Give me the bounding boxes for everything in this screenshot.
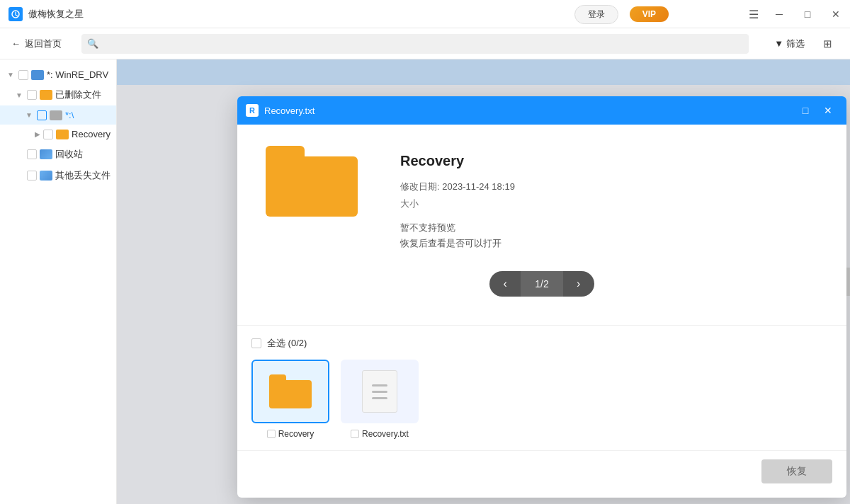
size-label: 大小 — [400, 198, 419, 209]
dialog-overlay: R Recovery.txt □ ✕ — [117, 59, 850, 504]
sidebar-item-recycle[interactable]: 回收站 — [0, 144, 116, 165]
dialog-icon-letter: R — [249, 106, 255, 115]
sidebar-checkbox[interactable] — [43, 130, 53, 139]
modified-date: 2023-11-24 18:19 — [442, 181, 515, 192]
lost-files-icon — [40, 171, 52, 181]
doc-line — [372, 397, 387, 399]
restore-button[interactable]: □ — [793, 0, 822, 28]
sidebar-item-recovery[interactable]: ▶ Recovery — [0, 125, 116, 144]
login-button[interactable]: 登录 — [574, 5, 618, 24]
folder-icon — [56, 130, 69, 139]
folder-body — [266, 156, 358, 217]
dialog-title: Recovery.txt — [264, 105, 790, 116]
doc-line — [372, 391, 387, 393]
sidebar-checkbox[interactable] — [27, 90, 37, 100]
file-checkbox[interactable] — [351, 430, 359, 438]
filter-label: 筛选 — [786, 38, 805, 50]
content-area: › www.kkx.net R Recovery.txt □ ✕ — [117, 59, 850, 504]
back-arrow-icon: ← — [11, 38, 21, 49]
select-all-checkbox[interactable] — [251, 338, 261, 348]
page-nav: ‹ 1 / 2 › — [489, 271, 594, 297]
prev-page-button[interactable]: ‹ — [489, 271, 521, 297]
filter-icon: ▼ — [774, 38, 783, 49]
dialog-controls: □ ✕ — [795, 101, 838, 120]
file-name: Recovery — [400, 153, 818, 169]
dialog-app-icon: R — [246, 104, 259, 117]
file-thumbnail-selected[interactable] — [251, 360, 329, 423]
list-item[interactable]: Recovery.txt — [341, 360, 419, 439]
file-name-label: Recovery — [278, 429, 314, 439]
preview-section: Recovery 修改日期: 2023-11-24 18:19 大小 暂不支持预… — [266, 146, 818, 250]
sidebar-item-lost[interactable]: 其他丢失文件 — [0, 165, 116, 186]
sidebar-item-deleted[interactable]: ▼ 已删除文件 — [0, 84, 116, 105]
sidebar: ▼ *: WinRE_DRV ▼ 已删除文件 ▼ *:\ ▶ — [0, 59, 117, 504]
folder-preview-icon — [266, 146, 358, 217]
select-all-label: 全选 (0/2) — [267, 337, 307, 350]
sidebar-label: 其他丢失文件 — [55, 169, 110, 182]
app-title: 傲梅恢复之星 — [28, 8, 84, 21]
files-grid: Recovery — [251, 360, 832, 439]
sidebar-checkbox[interactable] — [27, 171, 37, 181]
expand-icon: ▼ — [14, 91, 24, 99]
file-name-label: Recovery.txt — [362, 429, 409, 439]
dialog-body: Recovery 修改日期: 2023-11-24 18:19 大小 暂不支持预… — [237, 125, 846, 325]
dialog-titlebar: R Recovery.txt □ ✕ — [237, 96, 846, 125]
search-area: 🔍 — [81, 34, 749, 54]
back-label: 返回首页 — [25, 38, 62, 50]
folder-icon — [50, 110, 62, 120]
sidebar-item-winre[interactable]: ▼ *: WinRE_DRV — [0, 65, 116, 84]
expand-icon: ▶ — [34, 130, 40, 138]
close-button[interactable]: ✕ — [822, 0, 850, 28]
page-number: 1 / 2 — [521, 271, 562, 297]
sidebar-label: 已删除文件 — [55, 88, 110, 101]
mini-folder-body — [269, 380, 312, 408]
sidebar-checkbox[interactable] — [18, 70, 28, 80]
toolbar: ← 返回首页 🔍 ▼ 筛选 ⊞ — [0, 28, 850, 59]
menu-buttons: ☰ — [742, 0, 765, 28]
title-bar: 傲梅恢复之星 登录 VIP ☰ ─ □ ✕ — [0, 0, 850, 28]
no-preview-note: 暂不支持预览 — [400, 222, 818, 234]
file-info: Recovery 修改日期: 2023-11-24 18:19 大小 暂不支持预… — [400, 146, 818, 250]
file-size: 大小 — [400, 197, 818, 210]
pagination-bar: ‹ 1 / 2 › — [266, 271, 818, 311]
window-controls: ─ □ ✕ — [765, 0, 850, 28]
title-action-btns: 登录 VIP — [574, 0, 680, 28]
toolbar-right: ▼ 筛选 ⊞ — [769, 33, 839, 55]
app-icon — [8, 7, 23, 21]
list-item[interactable]: Recovery — [251, 360, 329, 439]
sidebar-label: 回收站 — [55, 148, 110, 161]
search-icon: 🔍 — [87, 38, 98, 49]
file-checkbox[interactable] — [267, 430, 276, 438]
grid-view-button[interactable]: ⊞ — [816, 33, 839, 55]
dialog-close-button[interactable]: ✕ — [818, 101, 838, 120]
recycle-icon — [40, 149, 52, 159]
title-bar-left: 傲梅恢复之星 — [8, 7, 84, 21]
back-button[interactable]: ← 返回首页 — [11, 38, 62, 50]
modified-label: 修改日期: — [400, 181, 440, 192]
restore-button[interactable]: 恢复 — [761, 459, 832, 483]
expand-icon: ▼ — [6, 71, 16, 79]
restore-note: 恢复后查看是否可以打开 — [400, 237, 818, 250]
sidebar-checkbox[interactable] — [37, 110, 47, 120]
folder-icon — [40, 90, 52, 100]
sidebar-item-root[interactable]: ▼ *:\ — [0, 105, 116, 125]
doc-line — [372, 384, 387, 386]
file-item-label: Recovery — [267, 429, 314, 439]
dialog-footer: 恢复 — [237, 450, 846, 498]
minimize-button[interactable]: ─ — [765, 0, 793, 28]
dialog-minimize-button[interactable]: □ — [795, 101, 815, 120]
hamburger-icon[interactable]: ☰ — [742, 3, 765, 25]
search-bar: 🔍 — [81, 34, 749, 54]
filter-button[interactable]: ▼ 筛选 — [769, 35, 810, 53]
sidebar-checkbox[interactable] — [27, 149, 37, 159]
file-item-label: Recovery.txt — [351, 429, 409, 439]
file-modified: 修改日期: 2023-11-24 18:19 — [400, 181, 818, 193]
file-thumbnail[interactable] — [341, 360, 419, 423]
vip-button[interactable]: VIP — [630, 6, 669, 22]
main-area: ▼ *: WinRE_DRV ▼ 已删除文件 ▼ *:\ ▶ — [0, 59, 850, 504]
next-page-button[interactable]: › — [563, 271, 594, 297]
drive-icon — [31, 70, 44, 80]
sidebar-label: *: WinRE_DRV — [47, 69, 110, 80]
preview-dialog: R Recovery.txt □ ✕ — [237, 96, 846, 498]
app-window: 傲梅恢复之星 登录 VIP ☰ ─ □ ✕ ← 返回首页 🔍 ▼ 筛选 — [0, 0, 850, 504]
